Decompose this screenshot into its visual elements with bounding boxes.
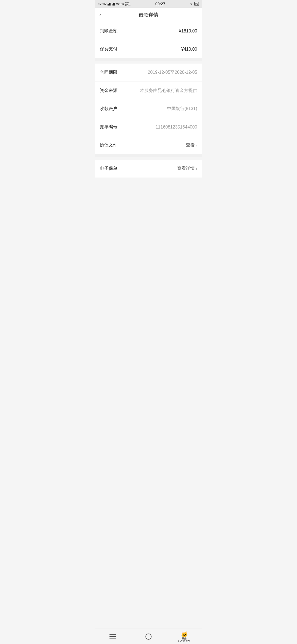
signal-bars-1 [108,2,111,6]
page-title: 借款详情 [139,12,158,18]
cat-icon: 🐱 [181,631,188,638]
agreement-file-label: 协议文件 [100,142,117,148]
chevron-right-icon-2: › [196,167,197,171]
row-electronic-policy[interactable]: 电子保单 查看详情 › [95,160,202,178]
electronic-policy-link[interactable]: 查看详情 › [177,166,197,171]
insurance-fee-value: ¥410.00 [181,47,197,52]
contract-period-value: 2019-12-05至2020-12-05 [148,70,197,75]
back-button[interactable]: ‹ [99,12,101,18]
page-content: 到账金额 ¥1810.00 保费支付 ¥410.00 合同期限 2019-12-… [95,22,202,260]
network2-label: 4G+HD [116,2,124,5]
nav-bar: 🐱 黑猫 BLACK CAT [95,629,202,644]
row-arrival-amount: 到账金额 ¥1810.00 [95,22,202,40]
black-cat-logo: 🐱 黑猫 BLACK CAT [176,631,193,642]
bottom-spacer [95,178,202,260]
receiving-account-value: 中国银行(8131) [167,106,197,112]
section-policy: 电子保单 查看详情 › [95,160,202,178]
section-divider-1 [95,58,202,61]
row-receiving-account: 收款账户 中国银行(8131) [95,100,202,118]
wifi-icon: ∿ [190,2,193,6]
section-divider-2 [95,154,202,157]
status-time: 09:27 [155,2,165,6]
chevron-right-icon: › [196,143,197,148]
brand-name: 黑猫 [182,638,187,640]
row-fund-source: 资金来源 本服务由昆仑银行资金方提供 [95,82,202,100]
row-order-number: 账单编号 11160812351644000 [95,118,202,136]
speed-label: 0.00KB/s [125,1,131,7]
nav-menu-button[interactable] [95,629,131,644]
nav-brand-button[interactable]: 🐱 黑猫 BLACK CAT [166,629,202,644]
status-network: 4G+HD 4G+HD 0.00KB/s [98,1,131,7]
nav-home-button[interactable] [131,629,166,644]
home-icon [145,634,152,640]
signal-bars-2 [112,2,115,6]
order-number-label: 账单编号 [100,124,117,130]
fund-source-value: 本服务由昆仑银行资金方提供 [140,88,197,94]
order-number-value: 11160812351644000 [156,125,197,130]
section-contract: 合同期限 2019-12-05至2020-12-05 资金来源 本服务由昆仑银行… [95,64,202,154]
arrival-amount-value: ¥1810.00 [179,29,197,34]
network1-label: 4G+HD [98,2,106,5]
brand-sub: BLACK CAT [178,640,191,642]
page-header: ‹ 借款详情 [95,8,202,22]
row-insurance-fee: 保费支付 ¥410.00 [95,40,202,58]
status-right-icons: ∿ 96 [190,2,199,6]
contract-period-label: 合同期限 [100,70,117,75]
insurance-fee-label: 保费支付 [100,46,117,52]
agreement-file-link[interactable]: 查看 › [186,142,197,148]
electronic-policy-label: 电子保单 [100,166,117,171]
row-contract-period: 合同期限 2019-12-05至2020-12-05 [95,64,202,82]
status-bar: 4G+HD 4G+HD 0.00KB/s 09:27 ∿ 96 [95,0,202,8]
fund-source-label: 资金来源 [100,88,117,94]
battery-icon: 96 [194,2,199,6]
receiving-account-label: 收款账户 [100,106,117,112]
row-agreement-file[interactable]: 协议文件 查看 › [95,136,202,154]
menu-icon [109,634,116,639]
arrival-amount-label: 到账金额 [100,28,117,34]
section-amounts: 到账金额 ¥1810.00 保费支付 ¥410.00 [95,22,202,58]
